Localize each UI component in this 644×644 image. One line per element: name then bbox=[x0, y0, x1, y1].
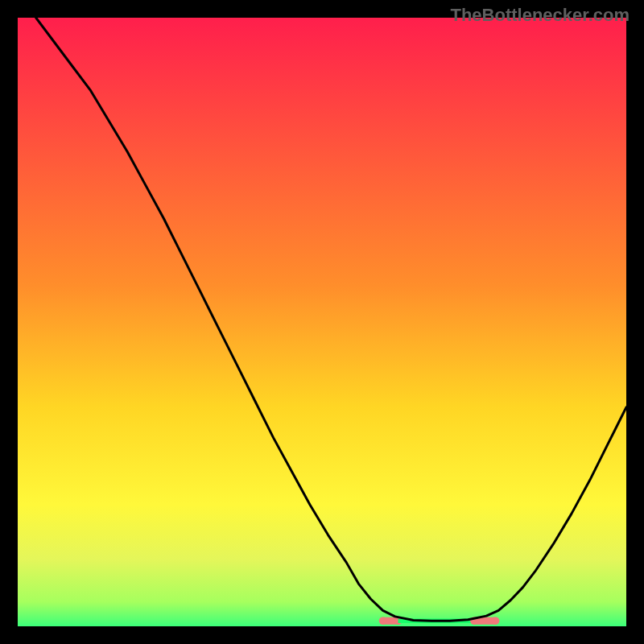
chart-container: { "watermark": "TheBottlenecker.com", "c… bbox=[0, 0, 644, 644]
baseline-segment-endcap bbox=[379, 617, 387, 625]
chart-svg bbox=[18, 18, 626, 626]
chart-plot-area bbox=[18, 18, 626, 626]
watermark-text: TheBottlenecker.com bbox=[450, 5, 630, 26]
gradient-background bbox=[18, 18, 626, 626]
baseline-segment-endcap bbox=[492, 617, 500, 625]
